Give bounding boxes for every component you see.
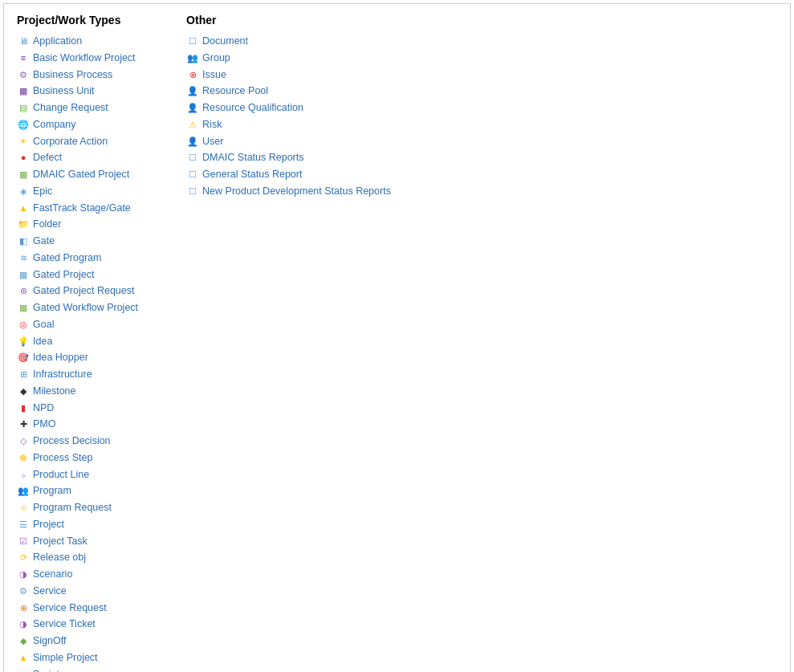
item-link[interactable]: Folder [33, 217, 61, 232]
list-item[interactable]: ▦ Gated Workflow Project [17, 299, 138, 316]
list-item[interactable]: ☐ DMAIC Status Reports [186, 149, 391, 166]
list-item[interactable]: 📁 Folder [17, 216, 138, 233]
list-item[interactable]: ☐ General Status Report [186, 166, 391, 183]
list-item[interactable]: ⊕ Service Request [17, 600, 138, 617]
goal-icon: ◎ [17, 318, 30, 331]
item-link[interactable]: Business Unit [33, 83, 94, 99]
item-link[interactable]: Process Step [33, 450, 92, 466]
item-link[interactable]: FastTrack Stage/Gate [33, 201, 131, 216]
item-link[interactable]: Goal [33, 317, 54, 332]
list-item[interactable]: ◑ Service Ticket [17, 616, 138, 633]
item-link[interactable]: Service [33, 584, 67, 599]
list-item[interactable]: ▦ Gated Project [17, 267, 138, 283]
app-icon: 🖥 [17, 35, 30, 47]
list-item[interactable]: ☐ New Product Development Status Reports [186, 183, 391, 200]
item-link[interactable]: Project [33, 517, 64, 532]
list-item[interactable]: ◑ Scenario [17, 566, 138, 583]
item-link[interactable]: Release obj [33, 550, 86, 565]
list-item[interactable]: ⬟ Process Step [17, 450, 138, 466]
list-item[interactable]: ◧ Gate [17, 233, 138, 250]
list-item[interactable]: ▲ FastTrack Stage/Gate [17, 200, 138, 217]
list-item[interactable]: 🌐 Company [17, 116, 138, 133]
list-item[interactable]: ◎ Goal [17, 316, 138, 333]
item-link[interactable]: Scenario [33, 567, 72, 582]
item-link[interactable]: User [202, 134, 223, 149]
list-item[interactable]: ≡ Basic Workflow Project [17, 50, 138, 67]
item-link[interactable]: Milestone [33, 384, 76, 399]
item-link[interactable]: General Status Report [202, 167, 302, 182]
item-link[interactable]: New Product Development Status Reports [202, 184, 391, 199]
list-item[interactable]: 👤 Resource Pool [186, 83, 391, 100]
list-item[interactable]: ☑ Project Task [17, 533, 138, 550]
list-item[interactable]: ☰ Project [17, 516, 138, 533]
list-item[interactable]: 🖥 Application [17, 33, 138, 50]
list-item[interactable]: ⊗ Issue [186, 67, 391, 83]
list-item[interactable]: ⊕ Program Request [17, 499, 138, 516]
item-link[interactable]: Epic [33, 184, 52, 199]
list-item[interactable]: ◆ Milestone [17, 383, 138, 400]
list-item[interactable]: ◎ Sprint [17, 666, 138, 673]
item-link[interactable]: Gated Project Request [33, 283, 134, 299]
item-link[interactable]: Basic Workflow Project [33, 51, 136, 66]
item-link[interactable]: Business Process [33, 67, 112, 83]
list-item[interactable]: 👤 User [186, 133, 391, 150]
item-link[interactable]: Service Ticket [33, 617, 96, 632]
item-link[interactable]: Risk [202, 117, 222, 132]
list-item[interactable]: ⚙ Service [17, 583, 138, 600]
list-item[interactable]: ◇ Process Decision [17, 433, 138, 450]
list-item[interactable]: ▲ Simple Project [17, 650, 138, 666]
item-link[interactable]: Idea [33, 334, 52, 349]
item-link[interactable]: Program Request [33, 500, 112, 515]
list-item[interactable]: ⟳ Release obj [17, 549, 138, 566]
item-link[interactable]: Issue [202, 67, 226, 83]
item-link[interactable]: Gated Project [33, 267, 94, 283]
item-link[interactable]: Service Request [33, 601, 107, 616]
item-link[interactable]: Sprint [33, 667, 59, 673]
list-item[interactable]: ≋ Gated Program [17, 250, 138, 267]
list-item[interactable]: ● Defect [17, 149, 138, 166]
item-link[interactable]: Simple Project [33, 650, 98, 666]
item-link[interactable]: Process Decision [33, 434, 111, 449]
list-item[interactable]: ☐ Document [186, 33, 391, 50]
list-item[interactable]: ▤ Change Request [17, 100, 138, 116]
item-link[interactable]: Gated Workflow Project [33, 300, 138, 316]
item-link[interactable]: Change Request [33, 100, 108, 116]
list-item[interactable]: 💡 Idea [17, 333, 138, 350]
item-link[interactable]: Idea Hopper [33, 350, 88, 365]
item-link[interactable]: Corporate Action [33, 134, 108, 149]
list-item[interactable]: ▮ NPD [17, 400, 138, 417]
item-link[interactable]: Program [33, 483, 71, 499]
list-item[interactable]: 👥 Program [17, 483, 138, 499]
item-link[interactable]: Resource Qualification [202, 100, 303, 116]
list-item[interactable]: ◆ SignOff [17, 633, 138, 650]
list-item[interactable]: ⊞ Infrastructure [17, 366, 138, 383]
item-link[interactable]: Gated Program [33, 250, 101, 266]
item-link[interactable]: DMAIC Status Reports [202, 150, 303, 165]
item-link[interactable]: Group [202, 51, 230, 66]
item-link[interactable]: SignOff [33, 633, 66, 649]
list-item[interactable]: ⬦ Product Line [17, 466, 138, 483]
list-item[interactable]: ▦ Business Unit [17, 83, 138, 100]
list-item[interactable]: ⊛ Gated Project Request [17, 283, 138, 299]
item-link[interactable]: Company [33, 117, 76, 132]
list-item[interactable]: ◈ Epic [17, 183, 138, 200]
item-link[interactable]: DMAIC Gated Project [33, 167, 129, 182]
list-item[interactable]: 👥 Group [186, 50, 391, 67]
item-link[interactable]: Resource Pool [202, 83, 268, 99]
list-item[interactable]: 🎯 Idea Hopper [17, 349, 138, 366]
item-link[interactable]: Project Task [33, 534, 88, 549]
list-item[interactable]: 👤 Resource Qualification [186, 100, 391, 116]
list-item[interactable]: ▦ DMAIC Gated Project [17, 166, 138, 183]
item-link[interactable]: Document [202, 34, 248, 49]
list-item[interactable]: ✚ PMO [17, 416, 138, 433]
item-link[interactable]: Application [33, 34, 82, 49]
list-item[interactable]: ☀ Corporate Action [17, 133, 138, 150]
item-link[interactable]: Defect [33, 150, 62, 165]
item-link[interactable]: PMO [33, 417, 55, 432]
item-link[interactable]: Infrastructure [33, 367, 92, 382]
item-link[interactable]: NPD [33, 401, 54, 416]
list-item[interactable]: ⚠ Risk [186, 116, 391, 133]
item-link[interactable]: Product Line [33, 467, 89, 483]
item-link[interactable]: Gate [33, 234, 55, 249]
list-item[interactable]: ⚙ Business Process [17, 67, 138, 83]
